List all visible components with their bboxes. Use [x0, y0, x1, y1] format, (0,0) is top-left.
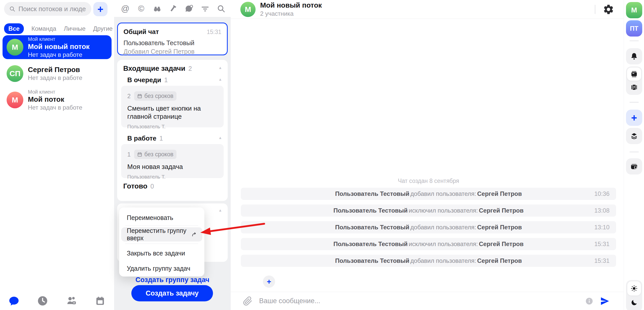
group-count: 1 — [159, 135, 163, 142]
chat-status: Нет задач в работе — [28, 104, 82, 111]
action: добавил пользователя: — [410, 224, 476, 231]
task-card-in-work[interactable]: 1 без сроков Моя новая задача Пользовате… — [121, 144, 224, 178]
task-assignee: Пользователь Т. — [127, 174, 218, 180]
list-view-button[interactable] — [627, 81, 641, 94]
chat-header-text: Мой новый поток 2 участника — [260, 1, 322, 17]
tab-all[interactable]: Все — [4, 23, 24, 34]
message-input[interactable] — [259, 297, 579, 305]
task-number: 2 — [127, 93, 131, 100]
rail-add-button[interactable]: + — [626, 110, 642, 126]
paperclip-icon[interactable] — [243, 296, 253, 306]
kanban-view-button[interactable] — [627, 67, 641, 81]
notifications-button[interactable] — [626, 48, 642, 64]
light-theme-button[interactable] — [627, 281, 641, 296]
kanban-card-icon — [630, 70, 638, 78]
chat-subtitle: 2 участника — [260, 10, 322, 17]
moon-icon — [630, 299, 638, 306]
tab-team[interactable]: Команда — [31, 25, 56, 32]
new-message-plus-button[interactable]: + — [263, 275, 275, 288]
collapse-triangle-icon[interactable]: ▲ — [218, 208, 222, 212]
tab-other[interactable]: Другие — [93, 25, 113, 32]
mentions-button[interactable]: @ — [121, 4, 130, 13]
primary-nav — [0, 292, 114, 310]
nav-people-button[interactable] — [66, 295, 77, 307]
filter-icon — [201, 4, 210, 13]
info-icon[interactable] — [585, 297, 593, 305]
due-badge-label: без сроков — [144, 93, 173, 99]
chat-list-item-my-new-stream[interactable]: M Мой клиент Мой новый поток Нет задач в… — [3, 35, 112, 59]
system-message: Пользователь Тестовый исключил пользоват… — [241, 238, 616, 250]
dark-theme-button[interactable] — [627, 296, 641, 310]
nav-recents-button[interactable] — [37, 295, 48, 307]
layers-button[interactable] — [626, 128, 642, 144]
menu-item-close-all-tasks[interactable]: Закрыть все задачи — [119, 246, 204, 260]
chat-list-item-sergey-petrov[interactable]: СП Сергей Петров Нет задач в работе — [3, 62, 112, 85]
menu-item-delete-group[interactable]: Удалить группу задач — [119, 261, 204, 275]
search-input[interactable] — [19, 5, 86, 13]
rail-divider — [630, 41, 639, 41]
watch-button[interactable] — [153, 4, 162, 13]
chat-item-text: Мой клиент Мой новый поток Нет задач в р… — [28, 36, 90, 59]
right-rail: M ПТ + — [624, 0, 644, 310]
panel-search-button[interactable] — [217, 4, 226, 13]
task-title: Сменить цвет кнопки на главной странице — [127, 104, 218, 120]
nav-calendar-button[interactable] — [94, 295, 106, 307]
due-badge-label: без сроков — [144, 151, 173, 158]
collapse-triangle-icon[interactable]: ▲ — [218, 77, 222, 81]
search-icon — [9, 5, 15, 12]
message-composer — [231, 292, 624, 310]
rail-divider — [630, 102, 639, 102]
action: добавил пользователя: — [410, 257, 476, 264]
menu-divider — [125, 244, 198, 244]
left-sidebar: + Все Команда Личные Другие M Мой клиент… — [0, 0, 114, 310]
chat-name: Мой поток — [28, 95, 82, 104]
task-card-queue[interactable]: 2 без сроков Сменить цвет кнопки на глав… — [121, 86, 224, 127]
task-group-card: Входящие задачи 2 ▲ В очереди 1 ▲ 2 без … — [117, 60, 228, 201]
chat-status-button[interactable] — [185, 4, 194, 13]
nav-chats-button[interactable] — [8, 295, 20, 307]
add-stream-button[interactable]: + — [93, 2, 108, 16]
move-up-arrow-icon — [192, 231, 197, 238]
tab-personal[interactable]: Личные — [64, 25, 86, 32]
stream-toolbar: @ © — [114, 0, 231, 17]
archive-button[interactable] — [626, 158, 642, 175]
menu-item-label: Переместить группу вверх — [127, 227, 192, 242]
header-divider — [595, 5, 595, 14]
menu-item-rename[interactable]: Переименовать — [119, 211, 204, 225]
chat-bubble-icon — [8, 295, 20, 306]
menu-item-move-group-up[interactable]: Переместить группу вверх — [121, 227, 202, 242]
workspace-avatar[interactable]: M — [626, 2, 642, 18]
collapse-triangle-icon[interactable]: ▲ — [218, 135, 222, 140]
chat-item-text: Мой клиент Мой поток Нет задач в работе — [28, 89, 82, 111]
user-avatar[interactable]: ПТ — [626, 20, 642, 37]
tools-button[interactable] — [169, 4, 178, 13]
create-task-button[interactable]: Создать задачу — [131, 285, 213, 301]
chat-list-item-my-stream[interactable]: М Мой клиент Мой поток Нет задач в работ… — [3, 88, 112, 112]
chat-avatar[interactable]: M — [240, 2, 256, 17]
chat-header: M Мой новый поток 2 участника — [231, 0, 624, 19]
gear-icon[interactable] — [603, 4, 614, 15]
chat-card-time: 15:31 — [207, 29, 221, 36]
task-number: 1 — [127, 151, 131, 158]
target: Сергей Петров — [477, 257, 522, 264]
collapse-triangle-icon[interactable]: ▲ — [218, 65, 222, 70]
group-header-queue[interactable]: В очереди 1 — [127, 76, 168, 84]
action: исключил пользователя: — [409, 240, 478, 248]
system-message: Пользователь Тестовый добавил пользовате… — [241, 255, 616, 267]
avatar: СП — [7, 65, 23, 82]
actor: Пользователь Тестовый — [333, 240, 408, 248]
stream-search[interactable] — [4, 2, 91, 16]
send-icon[interactable] — [600, 296, 610, 306]
general-chat-card[interactable]: Общий чат 15:31 Пользователь Тестовый До… — [117, 23, 228, 55]
system-message: Пользователь Тестовый исключил пользоват… — [241, 204, 616, 217]
filter-button[interactable] — [201, 4, 210, 13]
chat-card-title: Общий чат — [123, 28, 159, 36]
message-time: 10:36 — [594, 188, 610, 200]
group-header-inbox[interactable]: Входящие задачи 2 — [123, 64, 192, 73]
create-task-group-link[interactable]: Создать группу задач — [114, 276, 231, 284]
group-header-in-work[interactable]: В работе 1 — [127, 134, 163, 142]
group-header-done[interactable]: Готово 0 — [123, 182, 154, 190]
chat-category: Мой клиент — [28, 36, 90, 42]
chat-item-text: Сергей Петров Нет задач в работе — [28, 65, 82, 82]
copyright-button[interactable]: © — [137, 4, 146, 13]
